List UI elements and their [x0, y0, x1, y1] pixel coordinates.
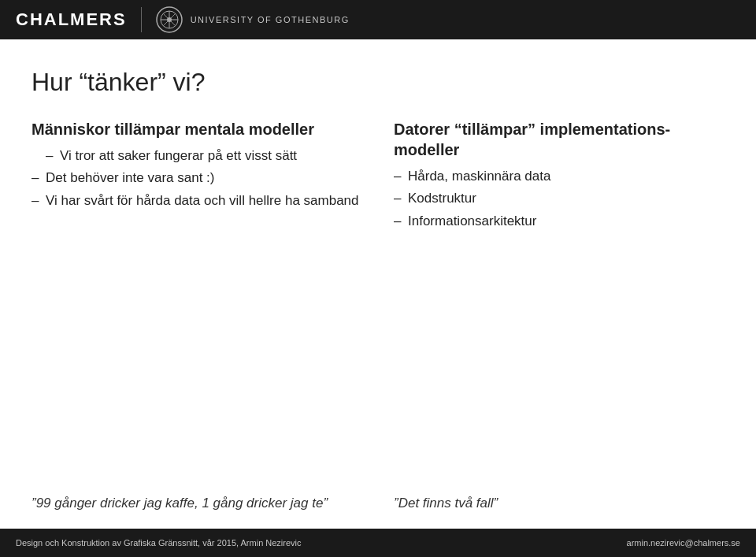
chalmers-logo-text: CHALMERS	[16, 9, 127, 30]
list-item: Det behöver inte vara sant :)	[32, 168, 362, 188]
quote-right-text: ”Det finns två fall”	[394, 496, 498, 511]
left-column: Människor tillämpar mentala modeller Vi …	[32, 119, 362, 462]
university-crest-icon	[156, 6, 183, 33]
left-bullet-list: Vi tror att saker fungerar på ett visst …	[32, 146, 362, 211]
quote-right-col: ”Det finns två fall”	[394, 493, 724, 514]
header: CHALMERS UNIVERSITY OF GOTHENBURG	[0, 0, 756, 39]
right-column: Datorer “tillämpar” implementations-mode…	[394, 119, 724, 462]
svg-point-2	[167, 17, 172, 22]
right-column-heading: Datorer “tillämpar” implementations-mode…	[394, 119, 724, 160]
columns-area: Människor tillämpar mentala modeller Vi …	[32, 119, 724, 462]
list-item: Vi har svårt för hårda data och vill hel…	[32, 191, 362, 211]
slide-content: Hur “tänker” vi? Människor tillämpar men…	[0, 39, 756, 529]
footer-left-text: Design och Konstruktion av Grafiska Grän…	[16, 538, 302, 548]
footer-right-text: armin.nezirevic@chalmers.se	[627, 538, 740, 548]
quotes-row: ”99 gånger dricker jag kaffe, 1 gång dri…	[32, 485, 724, 514]
list-item: Informationsarkitektur	[394, 211, 724, 232]
list-item: Vi tror att saker fungerar på ett visst …	[32, 146, 362, 166]
header-divider	[141, 7, 142, 32]
quote-left-col: ”99 gånger dricker jag kaffe, 1 gång dri…	[32, 493, 362, 514]
list-item: Hårda, maskinnära data	[394, 166, 724, 187]
university-name-text: UNIVERSITY OF GOTHENBURG	[191, 14, 350, 25]
quote-left-text: ”99 gånger dricker jag kaffe, 1 gång dri…	[32, 496, 328, 511]
left-column-heading: Människor tillämpar mentala modeller	[32, 119, 362, 139]
university-logo-area: UNIVERSITY OF GOTHENBURG	[156, 6, 350, 33]
right-bullet-list: Hårda, maskinnära data Kodstruktur Infor…	[394, 166, 724, 232]
slide-title: Hur “tänker” vi?	[32, 68, 724, 97]
list-item: Kodstruktur	[394, 188, 724, 209]
footer: Design och Konstruktion av Grafiska Grän…	[0, 529, 756, 557]
